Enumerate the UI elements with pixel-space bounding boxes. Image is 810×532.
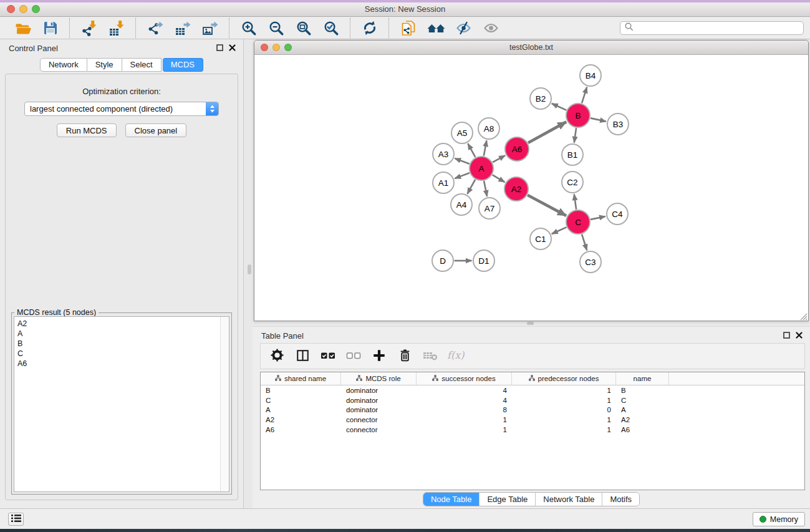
tab-network-table[interactable]: Network Table [535, 493, 602, 506]
hide-selected-button[interactable] [451, 18, 475, 38]
node-A8[interactable]: A8 [478, 118, 499, 139]
node-A7[interactable]: A7 [479, 198, 500, 219]
zoom-window-button[interactable] [32, 5, 40, 13]
edge-A-A5[interactable] [468, 143, 475, 157]
edge-A-A3[interactable] [455, 158, 470, 164]
node-A6[interactable]: A6 [505, 137, 529, 161]
edge-C-C3[interactable] [582, 235, 587, 251]
criterion-dropdown[interactable]: largest connected component (directed) [24, 102, 219, 116]
mcds-result-list[interactable]: A2ABCA6 [14, 316, 229, 492]
home-button[interactable] [424, 18, 448, 38]
table-row[interactable]: Bdominator41B [261, 385, 804, 395]
edge-A2-C[interactable] [528, 195, 566, 216]
vertical-divider-thumb[interactable] [248, 264, 251, 274]
search-input[interactable] [634, 22, 803, 34]
node-C[interactable]: C [566, 210, 590, 234]
float-panel-button[interactable] [216, 44, 223, 53]
edge-A-A4[interactable] [467, 180, 475, 194]
close-panel-button[interactable] [229, 44, 236, 53]
import-table-button[interactable] [105, 18, 128, 38]
result-item[interactable]: A2 [17, 319, 229, 329]
node-D1[interactable]: D1 [473, 250, 494, 271]
tab-motifs[interactable]: Motifs [602, 493, 639, 506]
edge-C-C2[interactable] [574, 194, 576, 209]
table-row[interactable]: A6connector11A6 [261, 425, 804, 435]
node-C4[interactable]: C4 [607, 203, 628, 225]
node-D[interactable]: D [432, 250, 453, 271]
close-table-panel-button[interactable] [796, 331, 803, 341]
network-canvas[interactable]: AA1A2A3A4A5A6A7A8BB1B2B3B4CC1C2C3C4DD1 [254, 55, 808, 321]
node-A4[interactable]: A4 [451, 194, 472, 215]
zoom-network-window-button[interactable] [284, 44, 292, 51]
node-B[interactable]: B [566, 104, 590, 127]
table-row[interactable]: Adominator80A [261, 405, 804, 415]
tab-edge-table[interactable]: Edge Table [479, 493, 535, 506]
zoom-selected-button[interactable] [319, 18, 343, 38]
close-network-window-button[interactable] [261, 44, 268, 51]
close-window-button[interactable] [7, 5, 15, 13]
refresh-view-button[interactable] [358, 18, 382, 38]
add-button[interactable] [369, 346, 389, 367]
tab-style[interactable]: Style [87, 58, 122, 72]
edge-A6-B[interactable] [528, 122, 566, 143]
node-C2[interactable]: C2 [562, 172, 583, 193]
show-all-button[interactable] [479, 18, 503, 38]
tab-node-table[interactable]: Node Table [423, 493, 480, 506]
node-A[interactable]: A [470, 157, 493, 180]
result-item[interactable]: A6 [17, 359, 229, 369]
node-C1[interactable]: C1 [530, 228, 551, 249]
edge-B-B3[interactable] [591, 118, 606, 121]
memory-button[interactable]: Memory [753, 512, 805, 526]
zoom-in-button[interactable] [237, 18, 261, 38]
node-table[interactable]: shared nameMCDS rolesuccessor nodesprede… [260, 372, 805, 490]
minimize-window-button[interactable] [19, 5, 27, 13]
network-window-titlebar[interactable]: testGlobe.txt [254, 41, 808, 55]
duplicate-network-button[interactable] [397, 18, 420, 38]
open-file-button[interactable] [11, 18, 35, 38]
edge-A-A2[interactable] [493, 175, 505, 182]
edge-B-B2[interactable] [552, 104, 567, 110]
edge-A-A7[interactable] [484, 181, 487, 196]
node-C3[interactable]: C3 [580, 251, 601, 273]
close-panel-action-button[interactable]: Close panel [125, 123, 187, 137]
node-A2[interactable]: A2 [504, 177, 528, 201]
delete-button[interactable] [395, 346, 415, 367]
result-item[interactable]: B [17, 339, 229, 349]
export-image-button[interactable] [198, 18, 222, 38]
column-header-MCDS-role[interactable]: MCDS role [341, 372, 417, 385]
save-session-button[interactable] [39, 18, 62, 38]
node-A5[interactable]: A5 [451, 122, 473, 143]
result-item[interactable]: C [17, 349, 229, 359]
column-header-name[interactable]: name [616, 372, 669, 385]
node-A1[interactable]: A1 [433, 172, 454, 193]
float-table-panel-button[interactable] [783, 331, 790, 341]
zoom-out-button[interactable] [264, 18, 288, 38]
run-mcds-button[interactable]: Run MCDS [57, 123, 117, 137]
select-all-checkboxes-button[interactable] [318, 346, 338, 367]
node-B2[interactable]: B2 [530, 88, 551, 109]
column-header-successor-nodes[interactable]: successor nodes [417, 372, 512, 385]
task-history-button[interactable] [8, 513, 24, 526]
edge-A-A6[interactable] [493, 155, 505, 162]
tab-mcds[interactable]: MCDS [163, 58, 203, 72]
zoom-fit-button[interactable] [292, 18, 316, 38]
tab-select[interactable]: Select [122, 58, 162, 72]
column-header-shared-name[interactable]: shared name [261, 372, 341, 385]
minimize-network-window-button[interactable] [272, 44, 280, 51]
edge-C-C4[interactable] [591, 216, 605, 220]
column-header-predecessor-nodes[interactable]: predecessor nodes [512, 372, 616, 385]
edge-A-A1[interactable] [455, 173, 470, 178]
edge-A-A8[interactable] [484, 140, 487, 156]
app-titlebar[interactable]: Session: New Session [0, 2, 810, 17]
split-columns-button[interactable] [292, 346, 312, 367]
node-B1[interactable]: B1 [562, 144, 583, 165]
export-network-button[interactable] [143, 18, 167, 38]
result-item[interactable]: A [17, 329, 229, 339]
table-row[interactable]: Cdominator41C [261, 395, 804, 405]
edge-B-B4[interactable] [582, 87, 587, 104]
edge-B-B1[interactable] [574, 128, 576, 142]
result-scrollbar[interactable] [220, 317, 229, 491]
tab-network[interactable]: Network [40, 58, 87, 72]
search-field[interactable] [620, 21, 804, 35]
node-B3[interactable]: B3 [607, 114, 629, 135]
